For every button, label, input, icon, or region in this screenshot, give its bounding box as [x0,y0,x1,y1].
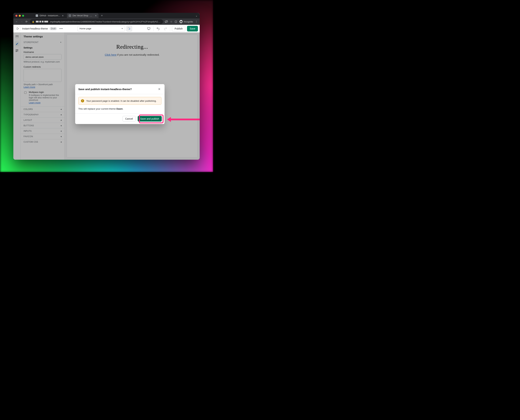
bookmark-star-icon[interactable]: ☆ [170,20,173,23]
extensions-icon[interactable] [175,20,178,23]
warning-icon: ! [81,99,84,102]
modal-message-pre: This will replace your current theme [78,107,116,110]
cancel-button[interactable]: Cancel [123,116,136,121]
save-label: Save [190,27,195,30]
incognito-icon [179,20,183,23]
publish-label: Publish [175,27,183,30]
page-selector[interactable]: Home page ▼ [78,26,125,31]
address-bar[interactable]: 🔒 .myshopify.com/admin/themes/1486600604… [30,19,163,24]
chevron-down-icon: ▼ [121,28,123,30]
incognito-badge[interactable]: Incognito [179,20,193,23]
browser-tab-github[interactable]: GitHub - instantcommerce/sho ✕ [34,13,66,18]
svg-rect-3 [148,27,150,29]
divider [170,26,170,31]
theme-name: Instant-headless-theme [22,27,48,30]
traffic-light-close[interactable] [15,15,17,17]
favicon-shopify [69,15,71,17]
new-tab-button[interactable]: + [100,14,104,18]
cancel-label: Cancel [125,117,133,120]
modal-header: Save and publish Instant-headless-theme? [75,84,164,94]
redacted-subdomain [36,21,48,22]
modal-footer: Cancel Save and publish [75,113,164,124]
close-tab-icon[interactable]: ✕ [62,15,64,17]
publish-modal: Save and publish Instant-headless-theme?… [75,84,164,124]
browser-window: GitHub - instantcommerce/sho ✕ Dev Verce… [13,13,200,160]
reload-icon[interactable]: ⟳ [25,20,28,23]
modal-message-theme: Dawn [116,107,123,110]
incognito-label: Incognito [184,20,193,23]
viewport-desktop-icon[interactable] [146,26,152,31]
page-selector-value: Home page [80,27,91,30]
draft-badge: Draft [50,27,57,30]
browser-tab-shopify[interactable]: Dev Vercel Shop · Customize I ✕ [67,13,98,18]
modal-close-button[interactable] [157,87,161,91]
tab-title: GitHub - instantcommerce/sho [39,15,60,17]
tab-title: Dev Vercel Shop · Customize I [73,15,93,17]
confirm-label: Save and publish [140,117,159,120]
more-actions-button[interactable]: ••• [59,26,64,31]
save-and-publish-button[interactable]: Save and publish [138,116,162,121]
tab-strip: GitHub - instantcommerce/sho ✕ Dev Verce… [13,13,200,18]
browser-toolbar: ← → ⟳ 🔒 .myshopify.com/admin/themes/1486… [13,18,200,25]
appbar-right: Publish Save [146,26,198,31]
eye-off-icon[interactable] [165,20,168,23]
exit-editor-button[interactable] [15,26,20,31]
traffic-light-zoom[interactable] [22,15,24,17]
nav-forward-icon[interactable]: → [20,20,23,23]
divider [153,26,154,31]
publish-button[interactable]: Publish [172,26,185,31]
inspector-toggle[interactable] [126,26,132,31]
kebab-menu-icon[interactable]: ⋮ [195,20,198,23]
nav-back-icon[interactable]: ← [15,20,18,23]
close-tab-icon[interactable]: ✕ [95,15,97,17]
favicon-github [36,15,38,17]
save-button[interactable]: Save [187,26,198,31]
banner-text: Your password page is enabled. It can be… [86,100,156,102]
modal-title: Save and publish Instant-headless-theme? [78,88,132,91]
traffic-light-minimize[interactable] [19,15,21,17]
redo-button[interactable] [163,26,168,31]
page-selector-wrap: Home page ▼ [78,26,132,31]
modal-message-post: . [123,107,123,110]
lock-icon: 🔒 [32,21,34,23]
undo-button[interactable] [155,26,161,31]
url-text: .myshopify.com/admin/themes/148660060467… [50,20,161,23]
app-bar: Instant-headless-theme Draft ••• Home pa… [13,25,200,32]
tab-overflow-icon[interactable]: ⌄ [195,14,198,17]
modal-message: This will replace your current theme Daw… [78,107,161,110]
warning-banner: ! Your password page is enabled. It can … [78,97,161,105]
modal-body: ! Your password page is enabled. It can … [75,94,164,113]
svg-rect-1 [175,21,177,22]
